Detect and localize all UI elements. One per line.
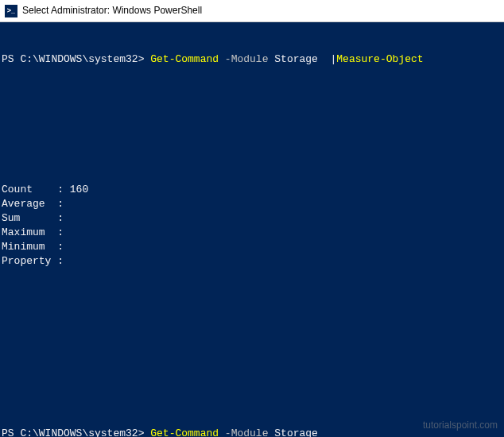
blank-line: ​ [2,340,502,354]
blank-line: ​ [2,96,502,110]
blank-line: ​ [2,384,502,398]
window-title: Select Administrator: Windows PowerShell [22,4,202,17]
command-line-1: PS C:\WINDOWS\system32> Get-Command -Mod… [2,52,502,67]
cmd1-cmd2: Measure-Object [336,53,423,65]
measure-row: Count : 160 [2,183,502,197]
prompt-1: PS C:\WINDOWS\system32> [2,53,150,65]
cmd1-name: Get-Command [150,53,219,65]
measure-output: Count : 160Average : Sum : Maximum : Min… [2,183,502,269]
cmd1-val: Storage [274,53,324,65]
cmd1-pipe: | [324,53,337,65]
watermark-text: tutorialspoint.com [423,419,498,432]
measure-row: Maximum : [2,226,502,240]
powershell-icon: >_ [5,5,17,17]
prompt-2: PS C:\WINDOWS\system32> [2,427,150,437]
terminal-pane[interactable]: PS C:\WINDOWS\system32> Get-Command -Mod… [0,22,504,437]
measure-row: Property : [2,254,502,269]
blank-line: ​ [2,139,502,153]
measure-row: Sum : [2,211,502,226]
window-titlebar[interactable]: >_ Select Administrator: Windows PowerSh… [0,0,504,22]
cmd2-flag: -Module [219,427,274,437]
measure-row: Average : [2,197,502,211]
blank-line: ​ [2,297,502,311]
cmd1-flag: -Module [219,53,274,65]
cmd2-val: Storage [274,427,318,437]
cmd2-name: Get-Command [150,427,219,437]
measure-row: Minimum : [2,240,502,254]
